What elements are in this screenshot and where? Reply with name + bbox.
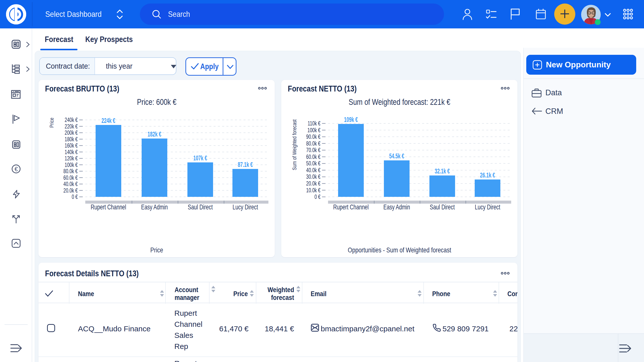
svg-text:Rupert Channel: Rupert Channel <box>91 203 126 211</box>
svg-text:110k €: 110k € <box>308 120 320 127</box>
svg-text:Price: Price <box>49 118 55 128</box>
svg-text:220k €: 220k € <box>65 123 78 130</box>
svg-text:Opportunities - Sum of Weighte: Opportunities - Sum of Weighted forecast <box>348 246 451 254</box>
svg-text:Price: 600k €: Price: 600k € <box>137 97 177 107</box>
svg-text:90.0k €: 90.0k € <box>306 133 320 140</box>
svg-text:Rupert Channel: Rupert Channel <box>333 203 369 211</box>
svg-text:109k €: 109k € <box>344 116 358 123</box>
svg-text:180k €: 180k € <box>65 136 78 143</box>
svg-text:€: € <box>15 166 18 172</box>
svg-text:Easy Admin: Easy Admin <box>383 203 410 211</box>
svg-text:30.0k €: 30.0k € <box>306 173 320 180</box>
svg-text:80.0k €: 80.0k € <box>306 140 320 147</box>
svg-text:160k €: 160k € <box>65 142 78 149</box>
svg-text:Easy Admin: Easy Admin <box>141 203 168 211</box>
svg-text:182k €: 182k € <box>148 130 162 138</box>
svg-text:0 €: 0 € <box>72 194 78 200</box>
svg-text:120k €: 120k € <box>65 155 78 162</box>
svg-text:0 €: 0 € <box>314 194 320 200</box>
svg-text:240k €: 240k € <box>65 117 78 123</box>
svg-text:10.0k €: 10.0k € <box>306 187 320 194</box>
svg-text:100k €: 100k € <box>307 127 320 133</box>
svg-text:26.1k €: 26.1k € <box>480 171 495 179</box>
svg-text:87.1k €: 87.1k € <box>238 161 253 168</box>
svg-text:50.0k €: 50.0k € <box>306 160 320 167</box>
svg-text:60.0k €: 60.0k € <box>63 174 78 181</box>
svg-text:Saul Direct: Saul Direct <box>430 203 455 211</box>
svg-text:80.0k €: 80.0k € <box>63 168 78 174</box>
svg-text:200k €: 200k € <box>65 129 78 136</box>
svg-text:Saul Direct: Saul Direct <box>188 203 213 211</box>
svg-text:70.0k €: 70.0k € <box>306 147 320 153</box>
svg-text:100k €: 100k € <box>65 162 78 168</box>
svg-text:224k €: 224k € <box>102 117 115 124</box>
svg-text:140k €: 140k € <box>65 149 78 155</box>
svg-text:Sum of Weighted forecast: Sum of Weighted forecast <box>291 119 298 170</box>
svg-text:54.5k €: 54.5k € <box>389 152 404 160</box>
svg-text:Lucy Direct: Lucy Direct <box>475 203 500 211</box>
svg-text:Price: Price <box>150 246 163 254</box>
svg-text:60.0k €: 60.0k € <box>306 154 320 160</box>
svg-text:20.0k €: 20.0k € <box>63 187 78 194</box>
svg-text:32.1k €: 32.1k € <box>435 167 450 175</box>
svg-text:Sum of Weighted forecast: 221k: Sum of Weighted forecast: 221k € <box>349 97 450 107</box>
svg-text:40.0k €: 40.0k € <box>306 167 320 173</box>
svg-text:40.0k €: 40.0k € <box>63 181 78 187</box>
svg-text:107k €: 107k € <box>193 154 207 162</box>
svg-text:Lucy Direct: Lucy Direct <box>233 203 258 211</box>
svg-text:20.0k €: 20.0k € <box>306 180 320 187</box>
